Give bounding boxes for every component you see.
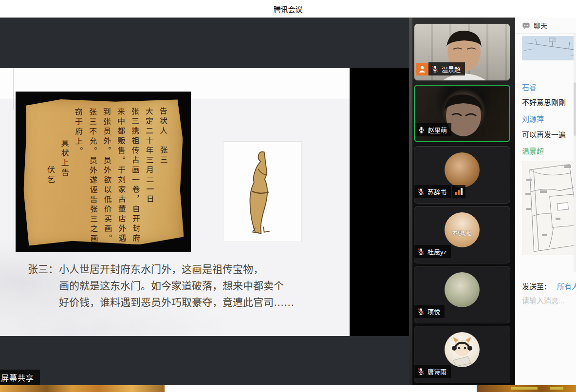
send-to-selector[interactable]: 所有人 (557, 281, 576, 291)
participant-tile-xiangyue[interactable]: 项悦 (414, 266, 510, 323)
dialogue-line: 小人世居开封府东水门外，这画是祖传宝物， (59, 261, 294, 278)
document-column: 到张员外。员外欲以低价买画。 (99, 108, 115, 240)
document-column: 具状上告 (57, 108, 73, 241)
complaint-document-image: 告状人 张三 大定二十年三月二一日 张三携祖传古画一卷，自开封府 来中都贩售。于… (16, 92, 191, 252)
participant-name: 温景超 (442, 64, 461, 74)
participant-name-bar: 苏辞书 (414, 185, 465, 198)
cartoon-cat-drawing (445, 332, 480, 367)
chat-sender-name[interactable]: 石睿 (522, 82, 537, 92)
chat-footer: 发送至： 所有人 (515, 273, 576, 385)
document-column: 张三携祖传古画一卷，自开封府 (128, 107, 143, 240)
chat-message-text: 可以再发一遍 (522, 129, 566, 139)
document-column: 来中都贩售。于刘家古董店外遇 (113, 107, 129, 240)
chat-bubble-icon (522, 21, 530, 30)
send-to-row: 发送至： 所有人 (522, 281, 576, 291)
participants-panel: 温景超 (409, 18, 515, 385)
document-column: 伏乞 (43, 108, 58, 241)
figure-illustration-card (223, 141, 302, 242)
chat-image-attachment[interactable] (522, 36, 576, 60)
chat-map-image-attachment[interactable] (522, 161, 576, 255)
participant-name-bar: 唐诗雨 (414, 365, 451, 378)
document-paper: 告状人 张三 大定二十年三月二一日 张三携祖传古画一卷，自开封府 来中都贩售。于… (22, 98, 184, 245)
document-column: 张三不允。员外遂诬告张三之画 (85, 108, 101, 240)
name-chip: 苏辞书 (414, 185, 451, 198)
participant-tile-tangshiyu[interactable]: 唐诗雨 (414, 326, 510, 383)
chat-title: 聊天 (534, 20, 547, 30)
avatar-caption: 不想动脑 (452, 229, 472, 237)
window-titlebar[interactable]: 腾讯会议 (0, 0, 576, 18)
participant-tile-zhaolimeng[interactable]: 赵里萌 (414, 85, 510, 142)
document-vertical-text: 告状人 张三 大定二十年三月二一日 张三携祖传古画一卷，自开封府 来中都贩售。于… (43, 107, 171, 241)
document-column: 窃于府上。 (71, 108, 87, 240)
chat-scrollbar[interactable] (574, 34, 576, 272)
screen-share-area: 告状人 张三 大定二十年三月二一日 张三携祖传古画一卷，自开封府 来中都贩售。于… (0, 18, 409, 385)
screen-share-badge: 屏幕共享 (0, 370, 40, 386)
mic-muted-icon (417, 367, 425, 375)
tencent-meeting-window: 腾讯会议 告状人 张三 大定二十年三月二一日 张三携祖传古画一卷，自开封府 来中… (0, 0, 576, 392)
document-column: 大定二十年三月二一日 (142, 107, 157, 240)
subtitle-smudge (550, 387, 563, 390)
dialogue-lines: 小人世居开封府东水门外，这画是祖传宝物， 画的就是这东水门。如今家道破落，想来中… (59, 261, 294, 311)
mic-muted-icon (417, 307, 425, 316)
participant-name: 杜晨yz (427, 247, 446, 256)
share-bottom-band: 屏幕共享 (0, 336, 409, 385)
background-windows-strip (0, 385, 576, 392)
participant-name: 项悦 (427, 307, 440, 316)
mic-muted-icon (417, 187, 425, 196)
window-title: 腾讯会议 (273, 4, 302, 14)
participant-name: 苏辞书 (427, 187, 446, 196)
dialogue-speaker: 张三： (28, 261, 59, 311)
chat-scrollbar-thumb[interactable] (574, 82, 576, 136)
white-strip (165, 385, 477, 392)
participant-name-bar: 赵里萌 (415, 123, 451, 136)
mic-on-icon (417, 126, 426, 134)
chat-message-input[interactable] (522, 297, 576, 305)
name-chip: 杜晨yz (414, 245, 451, 258)
cat-headphones-avatar (445, 332, 480, 367)
document-column: 告状人 张三 (156, 107, 171, 240)
cat-avatar (445, 152, 480, 187)
participant-name: 唐诗雨 (427, 367, 446, 376)
chat-panel: 聊天 石睿 不好意思刚刚 刘源萍 可以再发一遍 温景超 (515, 18, 576, 385)
mic-muted-icon (417, 247, 425, 256)
dialogue-text: 张三： 小人世居开封府东水门外，这画是祖传宝物， 画的就是这东水门。如今家道破落… (28, 261, 294, 311)
name-chip: 唐诗雨 (414, 365, 451, 378)
chat-header: 聊天 (515, 18, 576, 34)
send-to-label: 发送至： (522, 281, 551, 291)
dialogue-line: 好价钱，谁料遇到恶员外巧取豪夺，竟遭此官司…… (59, 294, 294, 311)
cat-avatar: 不想动脑 (445, 212, 480, 247)
hand-drawn-map (522, 161, 576, 255)
name-chip: 赵里萌 (415, 123, 451, 136)
presentation-slide: 告状人 张三 大定二十年三月二一日 张三携祖传古画一卷，自开封府 来中都贩售。于… (0, 68, 350, 336)
hunched-figure-drawing (240, 149, 285, 235)
participant-name: 赵里萌 (428, 125, 447, 134)
participant-tile-wenjingchao[interactable]: 温景超 (414, 23, 510, 81)
participant-tile-duchenyz[interactable]: 不想动脑 杜晨yz (414, 206, 510, 263)
participant-name-bar: 温景超 (414, 62, 465, 75)
mic-muted-icon (431, 65, 439, 73)
chat-message-text: 不好意思刚刚 (522, 97, 566, 107)
chat-sender-name[interactable]: 温景超 (522, 146, 544, 156)
participant-tile-sucishu[interactable]: 苏辞书 (414, 146, 510, 204)
chat-sender-name[interactable]: 刘源萍 (522, 113, 544, 124)
cat-avatar (445, 272, 480, 307)
dialogue-line: 画的就是这东水门。如今家道破落，想来中都卖个 (59, 278, 294, 294)
name-chip: 温景超 (428, 62, 465, 75)
person-icon (418, 65, 427, 74)
host-role-badge (416, 63, 428, 75)
slide-black-margin (350, 68, 409, 336)
painting-strip-right (477, 385, 576, 392)
name-chip: 项悦 (414, 305, 445, 318)
painting-strip-left (0, 385, 165, 392)
participant-name-bar: 杜晨yz (414, 245, 451, 258)
subtitle-smudge (511, 387, 538, 390)
network-signal-icon (452, 185, 465, 198)
slide-edge-line (13, 68, 14, 110)
map-sketch-partial (522, 36, 576, 60)
participant-name-bar: 项悦 (414, 305, 445, 318)
